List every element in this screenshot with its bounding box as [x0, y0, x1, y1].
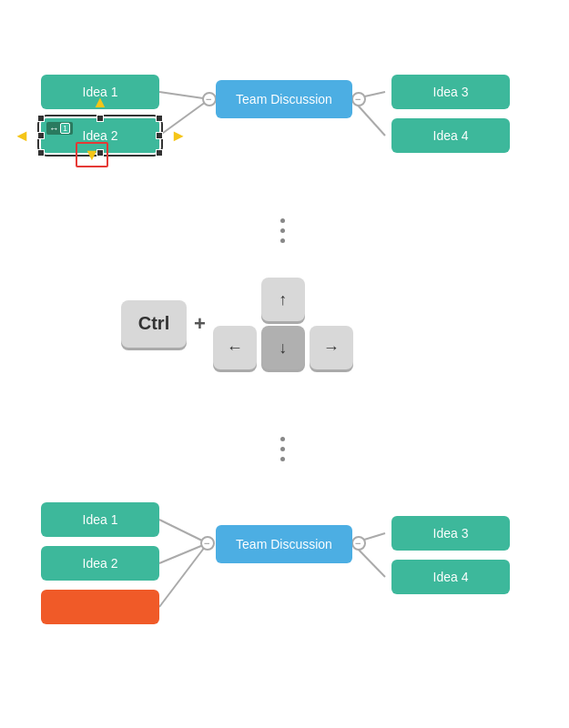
handle-br[interactable] — [156, 149, 163, 157]
dot-1 — [280, 218, 285, 223]
idea3b-node[interactable]: Idea 3 — [391, 516, 510, 551]
dots-separator-2 — [280, 437, 285, 461]
idea2-label: Idea 2 — [83, 128, 118, 143]
plus-sign: + — [194, 312, 206, 336]
svg-line-4 — [352, 92, 385, 99]
svg-point-15 — [352, 537, 365, 550]
arrow-keys-group: ↑ ← ↓ → — [213, 278, 353, 369]
handle-mr[interactable] — [156, 132, 163, 139]
keyboard-shortcut: Ctrl + ↑ ← ↓ → — [121, 278, 353, 369]
dots-separator-1 — [280, 218, 285, 243]
idea2-node[interactable]: ↔1 Idea 2 ▲ ◄ ► ▼ — [41, 118, 159, 153]
idea2b-node[interactable]: Idea 2 — [41, 546, 159, 581]
handle-tc[interactable] — [97, 115, 104, 122]
diagram-section-2: − − Idea 1 Idea 2 Team Discussion Idea 3… — [0, 496, 569, 714]
arrow-right[interactable]: ► — [170, 126, 187, 146]
dot-5 — [280, 447, 285, 451]
right-arrow-key: → — [310, 326, 353, 369]
svg-line-0 — [159, 92, 209, 99]
ctrl-label: Ctrl — [138, 313, 169, 334]
handle-tr[interactable] — [156, 115, 163, 122]
dot-4 — [280, 437, 285, 441]
team-discussion-label-1: Team Discussion — [236, 92, 332, 106]
svg-text:−: − — [355, 94, 361, 105]
arrow-left[interactable]: ◄ — [14, 126, 30, 146]
idea4b-node[interactable]: Idea 4 — [391, 560, 510, 594]
right-arrow-label: → — [323, 339, 340, 358]
up-arrow-key: ↑ — [261, 278, 305, 321]
svg-line-10 — [159, 543, 208, 607]
down-arrow-yellow: ▼ — [84, 146, 100, 165]
idea3b-label: Idea 3 — [433, 526, 469, 541]
idea1b-node[interactable]: Idea 1 — [41, 502, 159, 537]
idea1b-label: Idea 1 — [83, 512, 118, 527]
team-discussion-node-1[interactable]: Team Discussion — [216, 80, 352, 118]
svg-text:−: − — [204, 538, 209, 549]
svg-line-8 — [159, 520, 208, 543]
idea4-node[interactable]: Idea 4 — [391, 118, 510, 153]
handle-bl[interactable] — [37, 149, 45, 157]
diagram-section-1: − − Idea 1 ↔1 Idea 2 ▲ ◄ ► ▼ Team D — [0, 27, 569, 209]
svg-line-5 — [352, 99, 385, 136]
ctrl-key: Ctrl — [121, 300, 187, 348]
team-discussion-label-2: Team Discussion — [236, 537, 332, 551]
idea4b-label: Idea 4 — [433, 570, 469, 584]
svg-line-13 — [352, 533, 385, 543]
arrow-keys-row: ← ↓ → — [213, 326, 353, 369]
handle-tl[interactable] — [37, 115, 45, 122]
new-idea-node[interactable] — [41, 590, 159, 624]
svg-point-11 — [201, 537, 214, 550]
arrow-up[interactable]: ▲ — [92, 93, 108, 112]
idea4-label: Idea 4 — [433, 128, 469, 143]
up-arrow-label: ↑ — [279, 290, 287, 309]
idea2b-label: Idea 2 — [83, 556, 118, 571]
svg-text:−: − — [206, 94, 211, 105]
idea3-label: Idea 3 — [433, 85, 469, 99]
svg-line-9 — [159, 543, 208, 563]
left-arrow-key: ← — [213, 326, 257, 369]
svg-text:−: − — [355, 538, 361, 549]
red-highlight-box: ▼ — [76, 142, 108, 167]
left-arrow-label: ← — [227, 339, 243, 358]
down-arrow-key: ↓ — [261, 326, 305, 369]
dot-2 — [280, 228, 285, 233]
move-icon: ↔1 — [46, 122, 73, 135]
dot-6 — [280, 457, 285, 461]
svg-point-6 — [352, 93, 365, 106]
dot-3 — [280, 238, 285, 243]
team-discussion-node-2[interactable]: Team Discussion — [216, 525, 352, 563]
svg-line-14 — [352, 543, 385, 577]
idea3-node[interactable]: Idea 3 — [391, 75, 510, 109]
handle-ml[interactable] — [37, 132, 45, 139]
down-arrow-label: ↓ — [279, 339, 287, 358]
svg-point-2 — [203, 93, 216, 106]
